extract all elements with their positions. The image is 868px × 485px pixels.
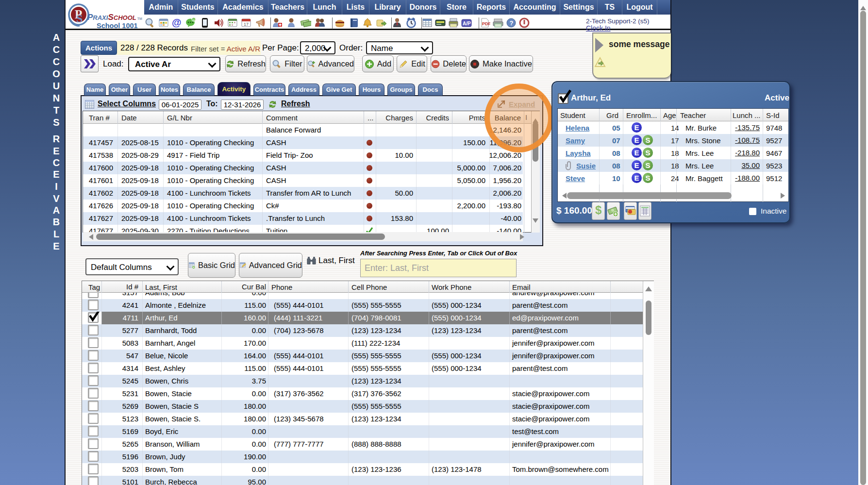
svg-text:+: + — [193, 18, 195, 22]
svg-text:?: ? — [510, 19, 514, 27]
svg-text:@: @ — [172, 17, 182, 28]
svg-text:PDF: PDF — [482, 21, 490, 26]
svg-text:A/P: A/P — [463, 21, 471, 26]
svg-text:17: 17 — [244, 22, 249, 27]
